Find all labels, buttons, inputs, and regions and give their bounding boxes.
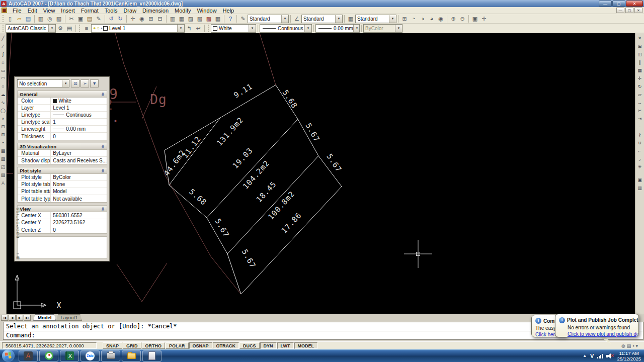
ellipse-arc-icon[interactable]: ◗ [0,115,7,123]
coordinate-readout[interactable]: 560315.4071, 2326262.2027, 0.0000 [2,342,97,349]
zoom-extents-icon[interactable]: ✛ [479,15,489,23]
tab-model[interactable]: Model [33,314,56,321]
property-value[interactable]: ByLayer [51,150,107,156]
hatch-icon[interactable]: ▦ [0,147,7,155]
minimize-button[interactable]: — [599,1,612,7]
doc-restore-button[interactable]: ▢ [625,8,633,13]
dropdown-arrow-icon[interactable]: ▼ [249,25,256,32]
dropdown-arrow-icon[interactable]: ▼ [48,25,55,32]
property-value[interactable]: Level 1 [51,105,107,111]
dropdown-arrow-icon[interactable]: ▼ [281,15,288,23]
matchprops-icon[interactable]: ✎ [94,15,103,23]
show-hidden-icons[interactable]: ▲ [583,353,587,358]
zoom-realtime-icon[interactable]: ◉ [137,15,146,23]
gradient-icon[interactable]: ▨ [0,155,7,163]
properties-icon[interactable]: ▥ [168,15,177,23]
menu-format[interactable]: Format [78,8,102,14]
menu-window[interactable]: Window [194,8,219,14]
collapse-chevron-icon[interactable]: ≪ [100,168,105,172]
balloon-link[interactable]: Click to view plot and publish details..… [568,331,635,337]
communication-center-icon[interactable]: ◍ [621,343,625,348]
property-value[interactable]: ByColor [51,174,107,180]
zoom-window2-icon[interactable]: ⊞ [400,15,409,23]
menu-file[interactable]: File [10,8,25,14]
region-icon[interactable]: ◰ [0,163,7,171]
point-icon[interactable]: • [0,139,7,147]
property-value[interactable]: 0 [51,227,107,233]
offset-icon[interactable]: ∥ [636,58,643,66]
extend-icon[interactable]: ⇥ [636,115,643,123]
table-style-combo[interactable]: Standard▼ [355,15,396,23]
pickadd-toggle-icon[interactable]: ⊡ [71,79,79,87]
status-toggle-lwt[interactable]: LWT [277,342,294,349]
property-value[interactable]: None [51,182,107,187]
property-value[interactable]: Not available [51,196,107,202]
zoom-all-icon[interactable]: ▣ [470,15,479,23]
circle-icon[interactable]: ○ [0,82,7,90]
mirror-icon[interactable]: ◫ [636,50,643,58]
paste-icon[interactable]: ▤ [85,15,94,23]
mtext-icon[interactable]: A [0,179,7,187]
menu-edit[interactable]: Edit [25,8,40,14]
status-toggle-dyn[interactable]: DYN [260,342,277,349]
move-icon[interactable]: ✛ [636,74,643,82]
linetype-combo[interactable]: Continuous▼ [260,24,312,33]
property-value[interactable]: Continuous [51,112,107,118]
menu-dimension[interactable]: Dimension [139,8,172,14]
dropdown-arrow-icon[interactable]: ▼ [62,80,69,87]
array-icon[interactable]: ▦ [636,66,643,74]
status-toggle-polar[interactable]: POLAR [166,342,189,349]
explode-icon[interactable]: ✳ [636,163,643,171]
toolbar-grip[interactable] [3,15,4,22]
taskbar-item-coccoc[interactable] [39,350,58,361]
close-button[interactable]: ✕ [626,1,643,7]
workspace-save-icon[interactable]: ▤ [65,24,74,33]
tab-nav-icon-0[interactable]: |◀ [1,315,8,321]
rectangle-icon[interactable]: ▭ [0,66,7,74]
tab-layout1[interactable]: Layout1 [56,314,82,321]
new-icon[interactable]: ▯ [6,15,15,23]
plot-preview-icon[interactable]: ◎ [45,15,54,23]
workspace-combo[interactable]: AutoCAD Classic▼ [6,24,56,33]
zoom-window-icon[interactable]: ⊞ [146,15,155,23]
start-button[interactable] [2,349,15,362]
break-point-icon[interactable]: ∙ [636,123,643,131]
select-objects-icon[interactable]: ➢ [80,79,89,87]
markup-icon[interactable]: ▩ [204,15,213,23]
property-value[interactable]: 560301.6552 [51,213,107,218]
taskbar-item-viewer[interactable] [142,350,162,361]
restore-button[interactable]: ▢ [612,1,625,7]
status-toggle-ortho[interactable]: ORTHO [142,342,166,349]
color-combo[interactable]: White▼ [211,24,256,33]
dropdown-arrow-icon[interactable]: ▼ [353,25,360,32]
save-icon[interactable]: ▤ [24,15,33,23]
ellipse-icon[interactable]: ◯ [0,107,7,115]
zoom-previous-icon[interactable]: ⊟ [155,15,165,23]
workspace-settings-icon[interactable]: ⚙ [56,24,65,33]
status-toggle-snap[interactable]: SNAP [103,342,122,349]
taskbar-item-folder[interactable] [122,350,141,361]
dropdown-arrow-icon[interactable]: ▼ [335,15,342,23]
tray-arrow-icon[interactable]: ▾ [635,343,638,348]
publish-icon[interactable]: ▧ [54,15,63,23]
property-value[interactable]: 0 [51,134,107,139]
layer-previous-icon[interactable]: ↩ [194,24,203,33]
fillet-icon[interactable]: ◞ [636,155,643,163]
property-value[interactable]: Model [51,189,107,194]
line-icon[interactable]: ╱ [0,34,7,42]
collapse-chevron-icon[interactable]: ≪ [100,92,105,96]
plot-publish-balloon[interactable]: i Plot and Publish Job Complete ✕ No err… [555,314,639,337]
property-value[interactable]: 1 [51,119,107,125]
insert-block-icon[interactable]: ⊡ [0,123,7,131]
toolbar-grip[interactable] [3,25,4,32]
collapse-chevron-icon[interactable]: ≪ [100,207,105,211]
menu-insert[interactable]: Insert [58,8,78,14]
make-layer-current-icon[interactable]: ↰ [185,24,194,33]
plot-icon[interactable]: ▥ [36,15,45,23]
menu-view[interactable]: View [40,8,58,14]
dropdown-arrow-icon[interactable]: ▼ [304,25,311,32]
zoom-dynamic-icon[interactable]: ◔ [409,15,418,23]
plot-notify-icon[interactable]: ▤ [627,343,631,348]
zoom-in-icon[interactable]: ⊕ [449,15,458,23]
toolbar-lock-icon[interactable]: ▪ [632,343,634,348]
